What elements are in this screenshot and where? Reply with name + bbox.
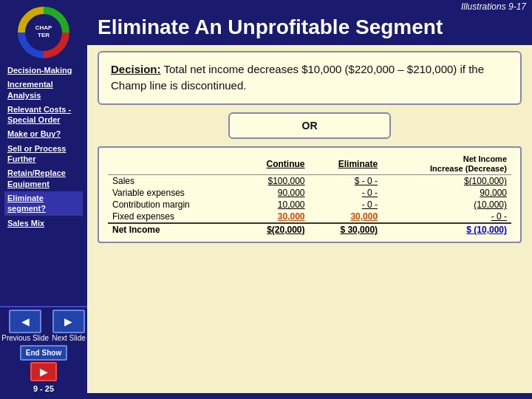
row-fixed-label: Fixed expenses: [108, 211, 238, 223]
row-fixed-net: - 0 -: [382, 211, 511, 223]
next-group: ▶ Next Slide: [52, 310, 86, 342]
sidebar-item-sales-mix[interactable]: Sales Mix: [4, 216, 83, 230]
row-contrib-label: Contribution margin: [108, 199, 238, 211]
row-fixed-eliminate: 30,000: [310, 211, 383, 223]
row-contrib-net: (10,000): [382, 199, 511, 211]
row-sales-eliminate: $ - 0 -: [310, 175, 383, 188]
next-label: Next Slide: [52, 334, 86, 342]
table-header-row: Continue Eliminate Net IncomeIncrease (D…: [108, 154, 511, 175]
chapter-logo: CHAP TER: [17, 6, 70, 59]
end-show-group: End Show ▶: [20, 345, 67, 381]
sidebar-item-sell-or-process[interactable]: Sell or Process Further: [4, 142, 83, 166]
continue-header-text: Continue: [267, 159, 305, 169]
end-show-button[interactable]: End Show: [20, 345, 67, 361]
sidebar-navigation: Decision-Making Incremental Analysis Rel…: [0, 64, 87, 304]
previous-group: ◀ Previous Slide: [1, 310, 49, 342]
row-varexp-continue: 90,000: [238, 187, 310, 199]
col-net-header: Net IncomeIncrease (Decrease): [382, 154, 511, 175]
row-contrib-eliminate: - 0 -: [310, 199, 383, 211]
bottom-stripe: [87, 393, 532, 399]
eliminate-header-text: Eliminate: [338, 159, 378, 169]
row-netincome-label: Net Income: [108, 223, 238, 236]
main-content: Illustrations 9-17 Eliminate An Unprofit…: [87, 0, 532, 399]
svg-text:TER: TER: [38, 32, 50, 38]
row-varexp-net: 90,000: [382, 187, 511, 199]
next-button[interactable]: ▶: [52, 310, 85, 333]
or-box: OR: [228, 112, 391, 139]
sidebar-item-incremental-analysis[interactable]: Incremental Analysis: [4, 78, 83, 102]
slide-number: 9 - 25: [33, 384, 54, 393]
page-title: Eliminate An Unprofitable Segment: [87, 13, 532, 45]
row-varexp-eliminate: - 0 -: [310, 187, 383, 199]
row-netincome-eliminate: $ 30,000): [310, 223, 383, 236]
decision-text: Total net income decreases $10,000 ($220…: [111, 63, 484, 92]
decision-box: Decision: Total net income decreases $10…: [98, 51, 522, 105]
data-table: Continue Eliminate Net IncomeIncrease (D…: [108, 154, 511, 236]
table-row: Variable expenses 90,000 - 0 - 90,000: [108, 187, 511, 199]
row-sales-continue: $100,000: [238, 175, 310, 188]
table-row: Contribution margin 10,000 - 0 - (10,000…: [108, 199, 511, 211]
sidebar-item-decision-making[interactable]: Decision-Making: [4, 64, 83, 77]
nav-buttons: ◀ Previous Slide ▶ Next Slide: [1, 310, 86, 342]
sidebar-item-relevant-costs[interactable]: Relevant Costs - Special Order: [4, 103, 83, 127]
sidebar-divider: [0, 306, 87, 307]
col-label-header: [108, 154, 238, 175]
illustration-label: Illustrations 9-17: [87, 0, 532, 13]
svg-text:CHAP: CHAP: [35, 24, 52, 31]
sidebar-item-retain-replace[interactable]: Retain/Replace Equipment: [4, 166, 83, 191]
table-total-row: Net Income $(20,000) $ 30,000) $ (10,000…: [108, 223, 511, 236]
sidebar: CHAP TER Decision-Making Incremental Ana…: [0, 0, 87, 399]
decision-label: Decision:: [111, 63, 161, 75]
sidebar-item-eliminate-segment[interactable]: Eliminate segment?: [4, 191, 83, 216]
row-varexp-label: Variable expenses: [108, 187, 238, 199]
row-sales-net: $(100,000): [382, 175, 511, 188]
table-container: Continue Eliminate Net IncomeIncrease (D…: [98, 146, 522, 243]
table-row: Fixed expenses 30,000 30,000 - 0 -: [108, 211, 511, 223]
content-area: Decision: Total net income decreases $10…: [87, 45, 532, 393]
col-eliminate-header: Eliminate: [310, 154, 383, 175]
sidebar-controls: ◀ Previous Slide ▶ Next Slide End Show ▶…: [0, 310, 87, 393]
previous-button[interactable]: ◀: [9, 310, 41, 333]
row-netincome-continue: $(20,000): [238, 223, 310, 236]
sidebar-item-make-or-buy[interactable]: Make or Buy?: [4, 127, 83, 140]
play-button[interactable]: ▶: [30, 362, 57, 381]
table-row: Sales $100,000 $ - 0 - $(100,000): [108, 175, 511, 188]
row-sales-label: Sales: [108, 175, 238, 188]
col-continue-header: Continue: [238, 154, 310, 175]
row-contrib-continue: 10,000: [238, 199, 310, 211]
row-fixed-continue: 30,000: [238, 211, 310, 223]
previous-label: Previous Slide: [1, 334, 49, 342]
row-netincome-net: $ (10,000): [382, 223, 511, 236]
